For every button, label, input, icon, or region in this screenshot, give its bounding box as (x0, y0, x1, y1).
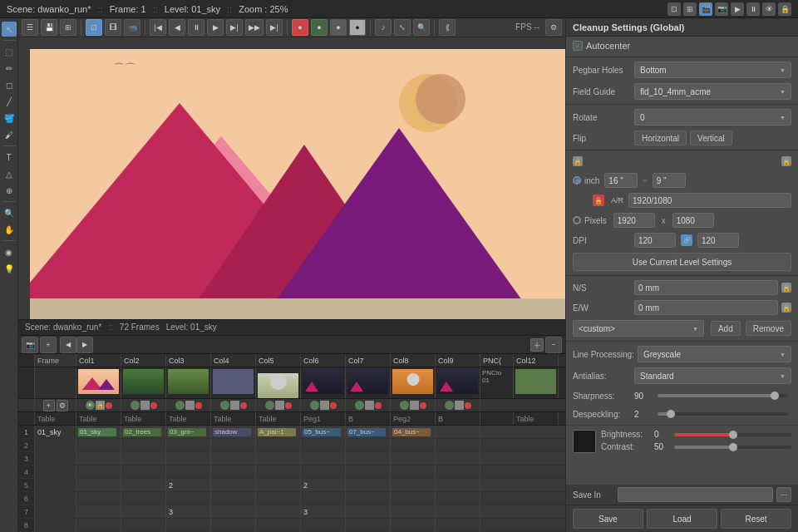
tl-add-col[interactable]: + (530, 338, 544, 352)
cell-7-3[interactable]: 3 (166, 505, 211, 518)
cell-7-2[interactable] (121, 505, 166, 518)
cell-8-2[interactable] (121, 519, 166, 531)
cell-5-8[interactable] (391, 479, 436, 491)
cell-6-3[interactable] (166, 492, 211, 505)
cell-2-3[interactable] (166, 439, 211, 451)
vt-end[interactable]: ▶| (266, 19, 283, 36)
vt-search[interactable]: 🔍 (413, 19, 430, 36)
ew-lock[interactable]: 🔒 (781, 303, 791, 313)
sharpness-slider-handle[interactable] (771, 392, 779, 400)
fieldguide-dropdown[interactable]: fld_10_4mm_acme (634, 83, 791, 100)
cell-7-5[interactable] (256, 505, 301, 518)
cell-2-9[interactable] (436, 439, 480, 451)
cell-3-5[interactable] (256, 452, 301, 465)
ar-input[interactable] (628, 193, 791, 208)
video-icon[interactable]: ▶ (731, 2, 744, 16)
tl-add-layer[interactable]: + (40, 337, 57, 353)
lock-btn-9[interactable] (455, 401, 464, 410)
monitor-icon[interactable]: ⊡ (667, 2, 681, 16)
cell-5-3[interactable]: 2 (166, 479, 211, 491)
load-btn[interactable]: Load (647, 509, 717, 529)
ns-lock[interactable]: 🔒 (781, 283, 791, 293)
vt-resize[interactable]: ⤡ (394, 19, 411, 36)
flip-v-btn[interactable]: Vertical (690, 131, 732, 145)
lock-btn-5[interactable] (275, 401, 284, 410)
sharpness-slider-track[interactable] (658, 394, 788, 397)
cell-5-4[interactable] (211, 479, 256, 491)
cell-6-5[interactable] (256, 492, 301, 505)
lock-btn-8[interactable] (410, 401, 419, 410)
cell-5-5[interactable] (256, 479, 301, 491)
cell-5-7[interactable] (346, 479, 391, 491)
tool-eraser[interactable]: ◻ (2, 77, 17, 92)
cell-3-4[interactable] (211, 452, 256, 465)
cell-3-7[interactable] (346, 452, 391, 465)
vt-music[interactable]: ♪ (375, 19, 392, 36)
viewport[interactable]: ⌒⌒ (18, 37, 565, 320)
cell-3-1[interactable] (76, 452, 121, 465)
pixels-w-input[interactable] (613, 213, 655, 228)
brightness-slider-track[interactable] (674, 433, 791, 436)
cell-1-8[interactable]: 04_bus~ (391, 426, 436, 438)
cell-1-5[interactable]: A_pai~1 (256, 426, 301, 438)
cell-8-5[interactable] (256, 519, 301, 531)
eye-icon[interactable]: 👁 (762, 2, 776, 16)
cell-4-2[interactable] (121, 466, 166, 478)
contrast-slider-handle[interactable] (729, 443, 737, 451)
eye-btn-2[interactable] (131, 401, 140, 410)
tool-zoom[interactable]: 🔍 (2, 205, 17, 220)
cell-2-5[interactable] (256, 439, 301, 451)
vt-save[interactable]: 💾 (41, 19, 57, 36)
vt-prev-frame[interactable]: |◀ (150, 19, 166, 36)
tool-transform[interactable]: ⊕ (2, 183, 17, 198)
antialias-dropdown[interactable]: Standard (634, 367, 791, 384)
rotate-dropdown[interactable]: 0 (634, 109, 791, 126)
cell-2-8[interactable] (391, 439, 436, 451)
eye-btn-9[interactable] (445, 401, 454, 410)
pegbar-dropdown[interactable]: Bottom (634, 62, 791, 78)
cell-6-8[interactable] (391, 492, 436, 505)
cell-6-7[interactable] (346, 492, 391, 505)
brightness-slider-handle[interactable] (729, 431, 737, 439)
lock-btn-4[interactable] (230, 401, 239, 410)
cell-8-8[interactable] (391, 519, 436, 531)
cell-3-6[interactable] (301, 452, 346, 465)
eye-btn-5[interactable] (265, 401, 274, 410)
vt-grid[interactable]: ⊞ (60, 19, 76, 36)
cell-6-1[interactable] (76, 492, 121, 505)
vt-extra[interactable]: ⟪ (439, 19, 456, 36)
pixels-radio[interactable] (573, 216, 581, 224)
cell-8-7[interactable] (346, 519, 391, 531)
cell-7-4[interactable] (211, 505, 256, 518)
cell-5-2[interactable] (121, 479, 166, 491)
cell-1-3[interactable]: 03_gro~ (166, 426, 211, 438)
tool-text[interactable]: T (2, 150, 17, 165)
browse-btn[interactable]: ... (776, 487, 791, 502)
lock-btn-7[interactable] (365, 401, 374, 410)
vt-back[interactable]: ◀ (169, 19, 185, 36)
cell-7-9[interactable] (436, 505, 480, 518)
tool-onion[interactable]: ◉ (2, 244, 17, 259)
cell-8-1[interactable] (76, 519, 121, 531)
cell-6-2[interactable] (121, 492, 166, 505)
add-preset-btn[interactable]: Add (711, 321, 741, 336)
cell-5-6[interactable]: 2 (301, 479, 346, 491)
tool-arrow[interactable]: ↖ (2, 22, 17, 37)
tool-fill[interactable]: 🪣 (2, 111, 17, 126)
color-swatch[interactable] (573, 430, 596, 453)
dpi-input1[interactable] (634, 233, 676, 248)
tool-brush[interactable]: ✏ (2, 61, 17, 76)
cell-8-4[interactable] (211, 519, 256, 531)
cell-4-9[interactable] (436, 466, 480, 478)
vt-cam[interactable]: 📹 (124, 19, 140, 36)
cell-4-5[interactable] (256, 466, 301, 478)
tool-shape[interactable]: △ (2, 166, 17, 181)
width-inch-input[interactable] (604, 173, 638, 188)
lock-icon[interactable]: 🔒 (778, 2, 791, 16)
save-in-input[interactable] (618, 487, 773, 502)
vt-play[interactable]: ▶ (207, 19, 224, 36)
tool-paint[interactable]: 🖌 (2, 127, 17, 142)
view-icon[interactable]: 🎬 (699, 2, 712, 16)
despeckling-slider-handle[interactable] (667, 410, 675, 418)
cell-4-4[interactable] (211, 466, 256, 478)
